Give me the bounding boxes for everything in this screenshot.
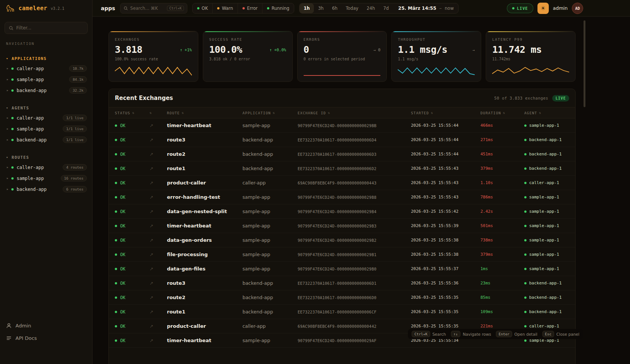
- status-label: OK: [120, 123, 125, 128]
- exchange-id: 90799F47E6CD24D-00000000000029BB: [298, 123, 411, 128]
- column-header-agent[interactable]: AGENT⇅: [524, 111, 569, 115]
- sort-icon[interactable]: ⇅: [503, 111, 506, 115]
- duration-value: 451ms: [480, 152, 524, 157]
- sort-icon[interactable]: ⇅: [431, 111, 434, 115]
- open-exchange-icon[interactable]: ↗: [150, 309, 167, 315]
- duration-value: 738ms: [480, 238, 524, 243]
- stat-label: ERRORS: [304, 37, 381, 41]
- avatar[interactable]: AD: [572, 3, 583, 14]
- range-button-24h[interactable]: 24h: [363, 3, 379, 13]
- sidebar-item-routes-backend-app[interactable]: ▸backend-app6 routes: [0, 184, 92, 195]
- column-header-status[interactable]: STATUS⇅: [115, 111, 150, 115]
- status-label: OK: [120, 223, 125, 229]
- sidebar-item-applications-sample-app[interactable]: ▸sample-app84.1k: [0, 74, 92, 85]
- sort-icon[interactable]: ⇅: [182, 111, 184, 115]
- open-exchange-icon[interactable]: ↗: [150, 180, 167, 186]
- sidebar-item-agents-sample-app[interactable]: ▸sample-app1/1 live: [0, 123, 92, 134]
- exchange-row[interactable]: OK↗route2backend-appEE7322370A10617-0000…: [109, 290, 575, 305]
- filter-chip-ok[interactable]: OK: [193, 3, 213, 13]
- sidebar-item-agents-caller-app[interactable]: ▸caller-app1/1 live: [0, 112, 92, 123]
- sidebar-item-applications-backend-app[interactable]: ▸backend-app32.2k: [0, 85, 92, 96]
- column-header-application[interactable]: APPLICATION⇅: [242, 111, 298, 115]
- exchange-id: 69AC90BF8EBC4F9-0000000000000442: [298, 324, 411, 329]
- route-name: route3: [167, 137, 242, 143]
- open-exchange-icon[interactable]: ↗: [150, 252, 167, 257]
- filter-input[interactable]: [16, 25, 83, 31]
- status-label: OK: [120, 295, 125, 300]
- sort-icon[interactable]: ⇅: [273, 111, 275, 115]
- scrollbar-thumb[interactable]: [584, 20, 585, 107]
- sort-icon[interactable]: ⇅: [132, 111, 135, 115]
- started-timestamp: 2026-03-25 15:55:37: [411, 266, 480, 271]
- recent-exchanges-panel: Recent Exchanges 50 of 3.833 exchanges L…: [108, 89, 576, 364]
- chevron-right-icon: ▸: [7, 177, 8, 180]
- open-exchange-icon[interactable]: ↗: [150, 166, 167, 171]
- open-exchange-icon[interactable]: ↗: [150, 281, 167, 286]
- nav-section-routes[interactable]: ▾ROUTES: [0, 153, 92, 162]
- range-button-6h[interactable]: 6h: [328, 3, 342, 13]
- range-button-today[interactable]: Today: [342, 3, 363, 13]
- filter-chip-warn[interactable]: Warn: [212, 3, 238, 13]
- sidebar-item-routes-sample-app[interactable]: ▸sample-app16 routes: [0, 173, 92, 184]
- exchange-row[interactable]: OK↗data-gen-filessample-app90799F47E6CD2…: [109, 262, 575, 276]
- exchange-row[interactable]: OK↗timer-heartbeatsample-app90799F47E6CD…: [109, 219, 575, 233]
- filter-chip-running[interactable]: Running: [262, 3, 294, 13]
- exchange-row[interactable]: OK↗route1backend-appEE7322370A10617-0000…: [109, 161, 575, 176]
- exchange-row[interactable]: OK↗route2backend-appEE7322370A10617-0000…: [109, 147, 575, 161]
- sidebar-filter[interactable]: [5, 22, 88, 34]
- search-input[interactable]: [130, 6, 163, 11]
- sort-icon[interactable]: ⇅: [328, 111, 330, 115]
- open-exchange-icon[interactable]: ↗: [150, 195, 167, 200]
- started-timestamp: 2026-03-25 15:55:35: [411, 309, 480, 314]
- open-exchange-icon[interactable]: ↗: [150, 238, 167, 243]
- range-button-7d[interactable]: 7d: [379, 3, 393, 13]
- column-header-duration[interactable]: DURATION⇅: [480, 111, 524, 115]
- open-exchange-icon[interactable]: ↗: [150, 152, 167, 157]
- status-dot: [115, 182, 117, 184]
- open-exchange-icon[interactable]: ↗: [150, 266, 167, 272]
- exchange-row[interactable]: OK↗timer-heartbeatsample-app90799F47E6CD…: [109, 118, 575, 133]
- route-name: file-processing: [167, 252, 242, 257]
- open-exchange-icon[interactable]: ↗: [150, 324, 167, 329]
- column-header-route[interactable]: ROUTE⇅: [167, 111, 242, 115]
- theme-toggle-button[interactable]: ☀: [537, 3, 549, 14]
- sidebar-footer-label: Admin: [15, 323, 31, 329]
- exchange-row[interactable]: OK↗route1backend-appEE7322370A10617-0000…: [109, 305, 575, 319]
- exchange-row[interactable]: OK↗product-callercaller-app69AC90BF8EBC4…: [109, 176, 575, 190]
- live-toggle[interactable]: LIVE: [507, 3, 533, 13]
- sidebar-item-badge: 10.7k: [69, 65, 87, 72]
- nav-section-applications[interactable]: ▾APPLICATIONS: [0, 54, 92, 63]
- filter-chip-label: OK: [202, 6, 208, 11]
- exchange-row[interactable]: OK↗file-processingsample-app90799F47E6CD…: [109, 247, 575, 262]
- open-exchange-icon[interactable]: ↗: [150, 223, 167, 229]
- exchange-row[interactable]: OK↗data-gen-orderssample-app90799F47E6CD…: [109, 233, 575, 247]
- global-search[interactable]: Ctrl+K: [120, 3, 187, 14]
- range-button-1h[interactable]: 1h: [300, 3, 314, 13]
- agent-cell: backend-app-1: [524, 281, 569, 286]
- exchange-row[interactable]: OK↗data-gen-nested-splitsample-app90799F…: [109, 204, 575, 219]
- open-exchange-icon[interactable]: ↗: [150, 338, 167, 343]
- exchange-row[interactable]: OK↗route3backend-appEE7322370A10617-0000…: [109, 133, 575, 147]
- nav-section-agents[interactable]: ▾AGENTS: [0, 103, 92, 112]
- sidebar-item-applications-caller-app[interactable]: ▸caller-app10.7k: [0, 63, 92, 74]
- sort-icon[interactable]: ⇅: [539, 111, 542, 115]
- exchange-row[interactable]: OK↗error-handling-testsample-app90799F47…: [109, 190, 575, 204]
- sidebar-item-agents-backend-app[interactable]: ▸backend-app1/1 live: [0, 134, 92, 145]
- status-label: OK: [120, 252, 125, 257]
- open-exchange-icon[interactable]: ↗: [150, 137, 167, 143]
- navigation-label: NAVIGATION: [0, 35, 92, 46]
- sidebar-item-routes-caller-app[interactable]: ▸caller-app4 routes: [0, 162, 92, 173]
- column-header-started[interactable]: STARTED⇅: [411, 111, 480, 115]
- range-button-3h[interactable]: 3h: [314, 3, 328, 13]
- chevron-right-icon: ▸: [7, 138, 8, 141]
- filter-chip-error[interactable]: Error: [238, 3, 262, 13]
- sidebar-item-admin[interactable]: Admin: [0, 319, 92, 332]
- open-exchange-icon[interactable]: ↗: [150, 295, 167, 300]
- open-exchange-icon[interactable]: ↗: [150, 209, 167, 214]
- column-header-expand[interactable]: ⇅: [150, 111, 167, 115]
- sidebar-item-api-docs[interactable]: API Docs: [0, 332, 92, 344]
- exchange-row[interactable]: OK↗route3backend-appEE7322370A10617-0000…: [109, 276, 575, 290]
- open-exchange-icon[interactable]: ↗: [150, 123, 167, 128]
- sort-icon[interactable]: ⇅: [150, 111, 152, 115]
- column-header-exchange-id[interactable]: EXCHANGE ID⇅: [298, 111, 411, 115]
